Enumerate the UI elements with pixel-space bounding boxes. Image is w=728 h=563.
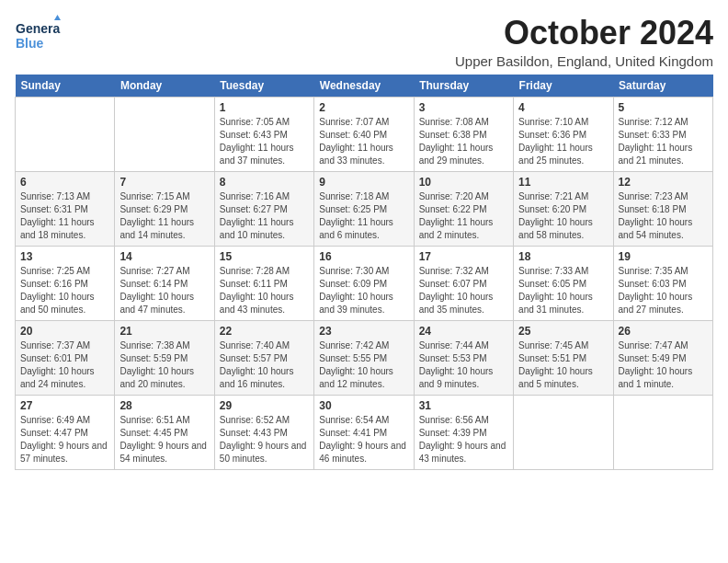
day-detail: Sunrise: 7:37 AM Sunset: 6:01 PM Dayligh… (20, 339, 109, 391)
svg-text:General: General (16, 21, 61, 36)
calendar-cell: 6Sunrise: 7:13 AM Sunset: 6:31 PM Daylig… (16, 171, 115, 246)
day-detail: Sunrise: 7:16 AM Sunset: 6:27 PM Dayligh… (220, 190, 309, 242)
day-number: 16 (319, 250, 408, 263)
calendar-cell: 5Sunrise: 7:12 AM Sunset: 6:33 PM Daylig… (613, 97, 712, 171)
day-detail: Sunrise: 7:32 AM Sunset: 6:07 PM Dayligh… (419, 265, 508, 316)
day-number: 19 (619, 250, 708, 263)
day-number: 6 (20, 176, 109, 189)
day-detail: Sunrise: 7:05 AM Sunset: 6:43 PM Dayligh… (220, 116, 309, 167)
calendar-cell: 7Sunrise: 7:15 AM Sunset: 6:29 PM Daylig… (115, 171, 214, 246)
day-number: 9 (319, 176, 408, 189)
day-number: 20 (20, 325, 109, 338)
day-detail: Sunrise: 7:23 AM Sunset: 6:18 PM Dayligh… (619, 190, 708, 242)
day-detail: Sunrise: 7:40 AM Sunset: 5:57 PM Dayligh… (220, 339, 309, 391)
day-number: 25 (518, 325, 608, 338)
day-number: 30 (319, 399, 408, 412)
calendar-cell: 17Sunrise: 7:32 AM Sunset: 6:07 PM Dayli… (414, 246, 513, 320)
day-detail: Sunrise: 7:13 AM Sunset: 6:31 PM Dayligh… (20, 190, 109, 242)
calendar-cell: 23Sunrise: 7:42 AM Sunset: 5:55 PM Dayli… (314, 320, 414, 395)
calendar-cell (16, 97, 115, 171)
day-detail: Sunrise: 6:51 AM Sunset: 4:45 PM Dayligh… (119, 414, 209, 465)
calendar-cell: 21Sunrise: 7:38 AM Sunset: 5:59 PM Dayli… (115, 320, 214, 395)
calendar-cell: 11Sunrise: 7:21 AM Sunset: 6:20 PM Dayli… (514, 171, 613, 246)
day-number: 21 (119, 325, 209, 338)
day-number: 10 (419, 176, 508, 189)
day-number: 27 (20, 399, 109, 412)
dow-header-monday: Monday (115, 75, 214, 98)
day-detail: Sunrise: 7:44 AM Sunset: 5:53 PM Dayligh… (419, 339, 508, 391)
day-number: 23 (319, 325, 408, 338)
month-title: October 2024 (455, 15, 713, 52)
svg-marker-2 (54, 15, 61, 20)
day-detail: Sunrise: 6:56 AM Sunset: 4:39 PM Dayligh… (419, 414, 508, 465)
day-number: 14 (119, 250, 209, 263)
day-detail: Sunrise: 7:27 AM Sunset: 6:14 PM Dayligh… (119, 265, 209, 316)
day-number: 28 (119, 399, 209, 412)
day-number: 15 (220, 250, 309, 263)
day-number: 13 (20, 250, 109, 263)
day-number: 3 (419, 101, 508, 114)
calendar-cell (613, 395, 712, 469)
dow-header-wednesday: Wednesday (314, 75, 414, 98)
calendar-cell: 19Sunrise: 7:35 AM Sunset: 6:03 PM Dayli… (613, 246, 712, 320)
calendar-cell: 1Sunrise: 7:05 AM Sunset: 6:43 PM Daylig… (214, 97, 313, 171)
calendar-cell: 13Sunrise: 7:25 AM Sunset: 6:16 PM Dayli… (16, 246, 115, 320)
day-number: 31 (419, 399, 508, 412)
day-detail: Sunrise: 7:45 AM Sunset: 5:51 PM Dayligh… (518, 339, 608, 391)
day-detail: Sunrise: 7:25 AM Sunset: 6:16 PM Dayligh… (20, 265, 109, 316)
calendar-cell: 30Sunrise: 6:54 AM Sunset: 4:41 PM Dayli… (314, 395, 414, 469)
calendar-table: SundayMondayTuesdayWednesdayThursdayFrid… (15, 75, 713, 470)
day-detail: Sunrise: 7:42 AM Sunset: 5:55 PM Dayligh… (319, 339, 408, 391)
day-detail: Sunrise: 7:20 AM Sunset: 6:22 PM Dayligh… (419, 190, 508, 242)
day-number: 12 (619, 176, 708, 189)
calendar-cell: 27Sunrise: 6:49 AM Sunset: 4:47 PM Dayli… (16, 395, 115, 469)
day-detail: Sunrise: 7:10 AM Sunset: 6:36 PM Dayligh… (518, 116, 608, 167)
day-number: 11 (518, 176, 608, 189)
calendar-cell: 9Sunrise: 7:18 AM Sunset: 6:25 PM Daylig… (314, 171, 414, 246)
calendar-cell: 25Sunrise: 7:45 AM Sunset: 5:51 PM Dayli… (514, 320, 613, 395)
day-number: 7 (119, 176, 209, 189)
calendar-cell: 8Sunrise: 7:16 AM Sunset: 6:27 PM Daylig… (214, 171, 313, 246)
calendar-cell: 29Sunrise: 6:52 AM Sunset: 4:43 PM Dayli… (214, 395, 313, 469)
calendar-cell: 18Sunrise: 7:33 AM Sunset: 6:05 PM Dayli… (514, 246, 613, 320)
title-block: October 2024 Upper Basildon, England, Un… (455, 15, 713, 69)
day-number: 1 (220, 101, 309, 114)
location-subtitle: Upper Basildon, England, United Kingdom (455, 53, 713, 69)
day-detail: Sunrise: 7:07 AM Sunset: 6:40 PM Dayligh… (319, 116, 408, 167)
day-number: 17 (419, 250, 508, 263)
calendar-cell: 31Sunrise: 6:56 AM Sunset: 4:39 PM Dayli… (414, 395, 513, 469)
dow-header-sunday: Sunday (16, 75, 115, 98)
calendar-cell: 16Sunrise: 7:30 AM Sunset: 6:09 PM Dayli… (314, 246, 414, 320)
calendar-cell: 2Sunrise: 7:07 AM Sunset: 6:40 PM Daylig… (314, 97, 414, 171)
day-number: 29 (220, 399, 309, 412)
day-number: 24 (419, 325, 508, 338)
day-detail: Sunrise: 6:54 AM Sunset: 4:41 PM Dayligh… (319, 414, 408, 465)
dow-header-friday: Friday (514, 75, 613, 98)
logo-svg: General Blue (15, 15, 61, 56)
dow-header-tuesday: Tuesday (214, 75, 313, 98)
calendar-cell: 22Sunrise: 7:40 AM Sunset: 5:57 PM Dayli… (214, 320, 313, 395)
day-detail: Sunrise: 7:08 AM Sunset: 6:38 PM Dayligh… (419, 116, 508, 167)
day-detail: Sunrise: 7:28 AM Sunset: 6:11 PM Dayligh… (220, 265, 309, 316)
day-detail: Sunrise: 7:18 AM Sunset: 6:25 PM Dayligh… (319, 190, 408, 242)
page-header: General Blue October 2024 Upper Basildon… (15, 15, 713, 69)
day-detail: Sunrise: 6:52 AM Sunset: 4:43 PM Dayligh… (220, 414, 309, 465)
dow-header-saturday: Saturday (613, 75, 712, 98)
day-detail: Sunrise: 7:12 AM Sunset: 6:33 PM Dayligh… (619, 116, 708, 167)
day-number: 26 (619, 325, 708, 338)
day-detail: Sunrise: 6:49 AM Sunset: 4:47 PM Dayligh… (20, 414, 109, 465)
day-detail: Sunrise: 7:33 AM Sunset: 6:05 PM Dayligh… (518, 265, 608, 316)
day-number: 8 (220, 176, 309, 189)
dow-header-thursday: Thursday (414, 75, 513, 98)
calendar-cell: 12Sunrise: 7:23 AM Sunset: 6:18 PM Dayli… (613, 171, 712, 246)
day-detail: Sunrise: 7:21 AM Sunset: 6:20 PM Dayligh… (518, 190, 608, 242)
day-number: 22 (220, 325, 309, 338)
day-number: 18 (518, 250, 608, 263)
day-number: 5 (619, 101, 708, 114)
day-detail: Sunrise: 7:35 AM Sunset: 6:03 PM Dayligh… (619, 265, 708, 316)
logo: General Blue (15, 15, 61, 56)
calendar-cell (115, 97, 214, 171)
day-number: 4 (518, 101, 608, 114)
calendar-cell: 15Sunrise: 7:28 AM Sunset: 6:11 PM Dayli… (214, 246, 313, 320)
calendar-cell (514, 395, 613, 469)
